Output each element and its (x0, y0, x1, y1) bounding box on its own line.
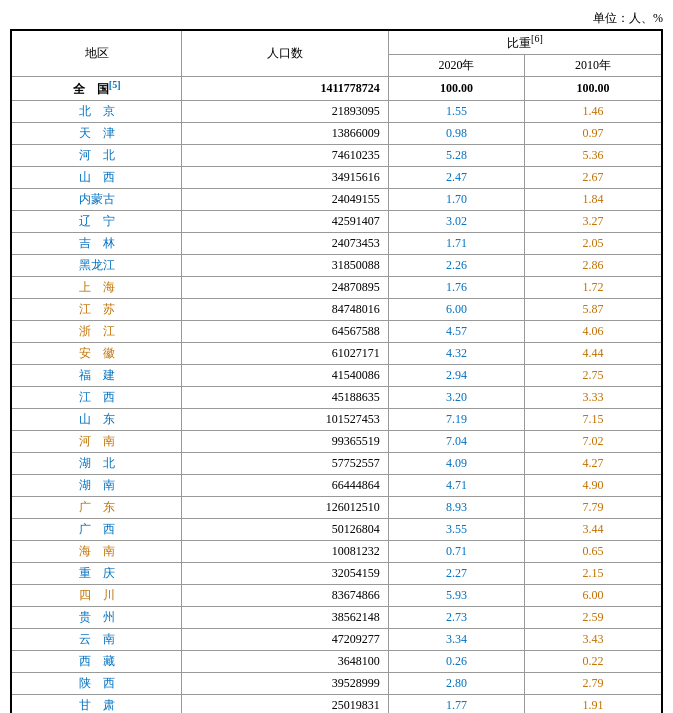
population-cell: 47209277 (182, 629, 389, 651)
ratio-2020-cell: 3.34 (388, 629, 524, 651)
ratio-2010-cell: 2.86 (524, 255, 662, 277)
table-row: 江 苏847480166.005.87 (11, 299, 662, 321)
region-cell: 四 川 (11, 585, 182, 607)
ratio-2010-cell: 2.67 (524, 167, 662, 189)
region-cell: 广 东 (11, 497, 182, 519)
table-row: 湖 南664448644.714.90 (11, 475, 662, 497)
table-row: 内蒙古240491551.701.84 (11, 189, 662, 211)
table-row: 北 京218930951.551.46 (11, 101, 662, 123)
table-row: 黑龙江318500882.262.86 (11, 255, 662, 277)
population-cell: 32054159 (182, 563, 389, 585)
ratio-2010-cell: 7.79 (524, 497, 662, 519)
ratio-2010-cell: 2.15 (524, 563, 662, 585)
unit-label: 单位：人、% (10, 10, 663, 27)
ratio-2010-cell: 3.43 (524, 629, 662, 651)
ratio-2020-cell: 4.57 (388, 321, 524, 343)
population-cell: 25019831 (182, 695, 389, 714)
table-row: 西 藏36481000.260.22 (11, 651, 662, 673)
ratio-2020-cell: 3.20 (388, 387, 524, 409)
population-cell: 24049155 (182, 189, 389, 211)
ratio-2020-cell: 3.02 (388, 211, 524, 233)
region-cell: 天 津 (11, 123, 182, 145)
ratio-2010-cell: 2.05 (524, 233, 662, 255)
region-cell: 湖 南 (11, 475, 182, 497)
region-cell: 内蒙古 (11, 189, 182, 211)
ratio-2010-cell: 4.06 (524, 321, 662, 343)
table-row: 重 庆320541592.272.15 (11, 563, 662, 585)
ratio-2010-cell: 0.22 (524, 651, 662, 673)
ratio-2020-cell: 1.77 (388, 695, 524, 714)
year2020-header: 2020年 (388, 55, 524, 77)
ratio-2010-cell: 4.44 (524, 343, 662, 365)
population-cell: 38562148 (182, 607, 389, 629)
region-cell: 贵 州 (11, 607, 182, 629)
ratio-2010-cell: 7.15 (524, 409, 662, 431)
population-cell: 24870895 (182, 277, 389, 299)
region-cell: 安 徽 (11, 343, 182, 365)
table-row: 吉 林240734531.712.05 (11, 233, 662, 255)
population-cell: 45188635 (182, 387, 389, 409)
table-row: 云 南472092773.343.43 (11, 629, 662, 651)
population-cell: 41540086 (182, 365, 389, 387)
region-cell: 河 北 (11, 145, 182, 167)
table-row: 河 北746102355.285.36 (11, 145, 662, 167)
population-cell: 39528999 (182, 673, 389, 695)
region-cell: 山 西 (11, 167, 182, 189)
ratio-2020-cell: 2.27 (388, 563, 524, 585)
year2010-header: 2010年 (524, 55, 662, 77)
ratio-2020-cell: 7.19 (388, 409, 524, 431)
table-row: 广 西501268043.553.44 (11, 519, 662, 541)
ratio-2010-cell: 1.46 (524, 101, 662, 123)
ratio-2020-cell: 2.26 (388, 255, 524, 277)
table-row: 四 川836748665.936.00 (11, 585, 662, 607)
population-cell: 13866009 (182, 123, 389, 145)
ratio-2020-cell: 4.32 (388, 343, 524, 365)
ratio-2010-cell: 6.00 (524, 585, 662, 607)
table-row: 天 津138660090.980.97 (11, 123, 662, 145)
ratio-2010-cell: 0.97 (524, 123, 662, 145)
population-cell: 3648100 (182, 651, 389, 673)
ratio-2020-cell: 2.94 (388, 365, 524, 387)
region-cell: 河 南 (11, 431, 182, 453)
table-row: 广 东1260125108.937.79 (11, 497, 662, 519)
population-cell: 83674866 (182, 585, 389, 607)
region-cell: 海 南 (11, 541, 182, 563)
region-cell: 云 南 (11, 629, 182, 651)
region-cell: 山 东 (11, 409, 182, 431)
ratio-2010-cell: 4.27 (524, 453, 662, 475)
table-row: 全 国[5]1411778724100.00100.00 (11, 77, 662, 101)
table-row: 海 南100812320.710.65 (11, 541, 662, 563)
ratio-2010-cell: 2.59 (524, 607, 662, 629)
population-cell: 10081232 (182, 541, 389, 563)
ratio-2010-cell: 4.90 (524, 475, 662, 497)
population-cell: 24073453 (182, 233, 389, 255)
ratio-2020-cell: 1.71 (388, 233, 524, 255)
population-cell: 61027171 (182, 343, 389, 365)
ratio-2010-cell: 2.75 (524, 365, 662, 387)
population-table: 地区 人口数 比重[6] 2020年 2010年 全 国[5]141177872… (10, 29, 663, 713)
region-cell: 广 西 (11, 519, 182, 541)
population-cell: 66444864 (182, 475, 389, 497)
ratio-header: 比重[6] (388, 30, 662, 55)
ratio-2010-cell: 1.84 (524, 189, 662, 211)
ratio-2020-cell: 2.47 (388, 167, 524, 189)
ratio-2020-cell: 4.09 (388, 453, 524, 475)
table-row: 陕 西395289992.802.79 (11, 673, 662, 695)
ratio-2010-cell: 5.36 (524, 145, 662, 167)
population-cell: 126012510 (182, 497, 389, 519)
table-row: 辽 宁425914073.023.27 (11, 211, 662, 233)
table-row: 山 西349156162.472.67 (11, 167, 662, 189)
region-cell: 黑龙江 (11, 255, 182, 277)
ratio-2020-cell: 4.71 (388, 475, 524, 497)
population-header: 人口数 (182, 30, 389, 77)
header-row-1: 地区 人口数 比重[6] (11, 30, 662, 55)
region-cell: 江 西 (11, 387, 182, 409)
table-row: 山 东1015274537.197.15 (11, 409, 662, 431)
table-row: 福 建415400862.942.75 (11, 365, 662, 387)
ratio-2020-cell: 5.28 (388, 145, 524, 167)
ratio-2020-cell: 7.04 (388, 431, 524, 453)
table-row: 安 徽610271714.324.44 (11, 343, 662, 365)
region-cell: 陕 西 (11, 673, 182, 695)
region-cell: 西 藏 (11, 651, 182, 673)
ratio-2020-cell: 2.73 (388, 607, 524, 629)
